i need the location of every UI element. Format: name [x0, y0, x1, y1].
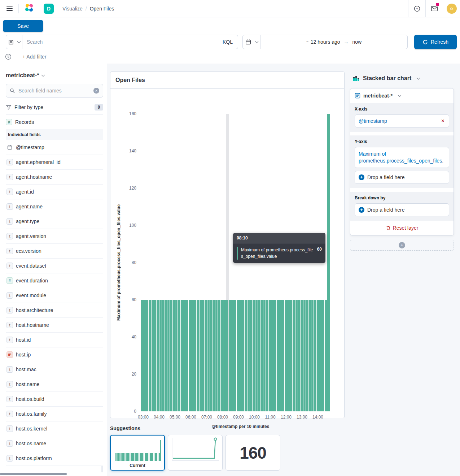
time-range-start[interactable]: ~ 12 hours ago [306, 39, 340, 45]
add-layer-button[interactable]: + [350, 240, 454, 251]
field-item[interactable]: thost.os.name [6, 436, 103, 451]
bar[interactable] [202, 300, 204, 411]
field-item[interactable]: tagent.ephemeral_id [6, 155, 103, 170]
x-axis-dimension[interactable]: @timestamp × [355, 114, 449, 127]
bar[interactable] [213, 300, 215, 411]
chart-type-switcher[interactable]: Stacked bar chart [350, 72, 454, 82]
bar[interactable] [271, 300, 273, 411]
help-button[interactable]: ? [408, 0, 425, 17]
index-pattern-switcher[interactable]: metricbeat-* [6, 71, 103, 84]
bar[interactable] [165, 300, 167, 411]
field-item[interactable]: thost.mac [6, 362, 103, 377]
bar[interactable] [226, 300, 228, 411]
bar[interactable] [167, 300, 170, 411]
bar[interactable] [319, 300, 321, 411]
breadcrumb-visualize[interactable]: Visualize [62, 6, 83, 12]
suggestion-metric[interactable]: 160 [225, 435, 280, 471]
bar[interactable] [152, 300, 154, 411]
field-item[interactable]: #event.duration [6, 273, 103, 288]
bar[interactable] [258, 300, 260, 411]
bar[interactable] [197, 300, 199, 411]
bar[interactable] [253, 300, 255, 411]
records-field-item[interactable]: # Records [6, 115, 103, 129]
bar[interactable] [146, 300, 148, 411]
bar[interactable] [306, 300, 308, 411]
bar[interactable] [215, 300, 218, 411]
bar[interactable] [173, 300, 175, 411]
bar[interactable] [218, 300, 220, 411]
bar[interactable] [191, 300, 193, 411]
field-item[interactable]: tagent.hostname [6, 170, 103, 185]
field-item[interactable]: tecs.version [6, 244, 103, 259]
bar[interactable] [277, 300, 279, 411]
add-filter-button[interactable]: + Add filter [22, 54, 47, 60]
breakdown-drop-target[interactable]: + Drop a field here [355, 203, 449, 216]
field-item[interactable]: thost.os.family [6, 407, 103, 421]
bar[interactable] [322, 300, 324, 411]
bar[interactable] [309, 300, 311, 411]
field-search-input[interactable] [18, 87, 91, 94]
bar[interactable] [327, 114, 329, 411]
bar[interactable] [229, 300, 231, 411]
bar[interactable] [210, 300, 212, 411]
remove-dimension-icon[interactable]: × [441, 118, 445, 124]
bar[interactable] [207, 300, 210, 411]
clear-search-button[interactable]: × [93, 88, 99, 94]
field-item[interactable]: @timestamp [6, 140, 103, 155]
user-menu-button[interactable]: e [443, 0, 460, 17]
space-badge[interactable]: D [44, 4, 54, 14]
field-item[interactable]: tagent.type [6, 214, 103, 229]
bar[interactable] [263, 300, 266, 411]
bar[interactable] [301, 300, 303, 411]
bar[interactable] [290, 300, 292, 411]
bar[interactable] [141, 300, 143, 411]
bar[interactable] [266, 300, 268, 411]
bar[interactable] [311, 300, 314, 411]
bar[interactable] [293, 300, 295, 411]
elastic-logo[interactable] [22, 1, 36, 16]
field-item[interactable]: thost.architecture [6, 303, 103, 318]
saved-query-menu-button[interactable] [6, 35, 22, 49]
field-item[interactable]: thost.id [6, 333, 103, 347]
field-item[interactable]: tagent.id [6, 185, 103, 199]
layer-index-pattern-button[interactable]: metricbeat-* [350, 88, 454, 103]
bar[interactable] [303, 300, 306, 411]
field-item[interactable]: thost.os.platform [6, 451, 103, 466]
field-item[interactable]: thost.os.build [6, 392, 103, 407]
bar[interactable] [183, 300, 185, 411]
y-axis-drop-target[interactable]: + Drop a field here [355, 171, 449, 184]
field-item[interactable]: thost.os.kernel [6, 421, 103, 436]
bar[interactable] [317, 300, 319, 411]
bar[interactable] [245, 300, 247, 411]
bar[interactable] [255, 300, 258, 411]
bar[interactable] [231, 300, 233, 411]
field-item[interactable]: thost.name [6, 377, 103, 392]
save-button[interactable]: Save [3, 20, 43, 32]
bar[interactable] [287, 300, 289, 411]
bar[interactable] [298, 300, 300, 411]
field-item[interactable]: tagent.version [6, 229, 103, 244]
bar[interactable] [261, 300, 263, 411]
bar[interactable] [282, 300, 284, 411]
bar[interactable] [205, 300, 207, 411]
bar[interactable] [314, 300, 316, 411]
bar[interactable] [143, 300, 145, 411]
bar[interactable] [162, 300, 164, 411]
bar[interactable] [239, 300, 241, 411]
reset-layer-button[interactable]: Reset layer [350, 221, 454, 235]
bar[interactable] [189, 300, 191, 411]
newsfeed-button[interactable] [425, 0, 443, 17]
bar[interactable] [247, 300, 250, 411]
search-input[interactable] [22, 39, 218, 45]
bar[interactable] [157, 300, 159, 411]
bar[interactable] [269, 300, 271, 411]
suggestion-current[interactable]: Current [110, 435, 165, 471]
bar[interactable] [279, 300, 281, 411]
bar[interactable] [274, 300, 276, 411]
bar[interactable] [175, 300, 178, 411]
bar[interactable] [295, 300, 298, 411]
field-item[interactable]: tevent.dataset [6, 259, 103, 273]
field-item[interactable]: thost.hostname [6, 318, 103, 333]
bar[interactable] [194, 300, 196, 411]
horizontal-scrollbar[interactable] [0, 473, 67, 475]
